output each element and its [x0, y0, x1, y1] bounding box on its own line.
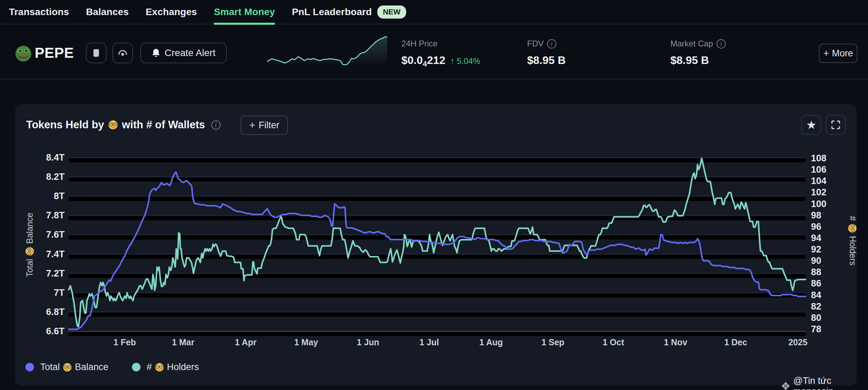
- x-tick: 1 Nov: [664, 337, 687, 347]
- y-right-tick: 100: [811, 199, 826, 209]
- y-right-tick: 88: [811, 267, 821, 277]
- y-right-tick: 84: [811, 290, 821, 300]
- y-right-tick: 80: [811, 313, 821, 323]
- y-left-tick: 6.8T: [46, 307, 65, 317]
- y-axis-left-title: Total Balance: [25, 213, 35, 277]
- x-tick: 1 Oct: [603, 337, 624, 347]
- x-tick: 1 Aug: [479, 337, 503, 347]
- y-right-tick: 98: [811, 210, 821, 220]
- x-tick: 1 Jun: [357, 337, 379, 347]
- legend-total-balance[interactable]: TotalBalance: [25, 362, 109, 372]
- line-chart: 8.4T8.2T8T7.8T7.6T7.4T7.2T7T6.8T6.6T1081…: [0, 0, 868, 390]
- y-axis-right-title: # Holders: [848, 216, 858, 266]
- x-tick: 1 Sep: [542, 337, 565, 347]
- y-left-tick: 8.4T: [46, 152, 65, 163]
- smart-money-page: Transactions Balances Exchanges Smart Mo…: [0, 0, 868, 390]
- y-right-tick: 102: [811, 187, 826, 197]
- y-left-tick: 7.2T: [46, 268, 65, 279]
- y-right-tick: 92: [811, 244, 821, 254]
- y-left-tick: 6.6T: [46, 326, 65, 336]
- y-left-tick: 7.6T: [46, 229, 65, 240]
- legend-holders[interactable]: #Holders: [132, 362, 199, 372]
- y-left-tick: 8T: [54, 191, 65, 201]
- y-right-tick: 94: [811, 233, 821, 243]
- x-tick: 1 Mar: [172, 337, 194, 347]
- y-left-tick: 7.8T: [46, 210, 65, 220]
- y-right-tick: 106: [811, 164, 826, 175]
- x-tick: 1 Jul: [420, 337, 439, 347]
- y-right-tick: 104: [811, 176, 826, 186]
- legend-dot-balance: [25, 363, 34, 371]
- balance-line: [69, 172, 805, 329]
- y-left-tick: 7.4T: [46, 249, 65, 259]
- x-tick: 2025: [788, 337, 808, 347]
- y-right-tick: 82: [811, 301, 821, 312]
- nerd-emoji: [25, 247, 34, 256]
- legend-dot-holders: [132, 363, 141, 371]
- diamond-logo-icon: ❖: [781, 381, 791, 390]
- nerd-emoji: [848, 224, 857, 233]
- y-right-tick: 108: [811, 153, 826, 163]
- chart-legend: TotalBalance #Holders: [25, 362, 199, 372]
- watermark-text: @Tin tức menecoin: [793, 376, 868, 390]
- x-tick: 1 Apr: [235, 337, 257, 347]
- x-tick: 1 Feb: [113, 337, 136, 347]
- x-tick: 1 May: [294, 337, 318, 347]
- y-right-tick: 90: [811, 256, 821, 266]
- y-left-tick: 7T: [54, 288, 65, 298]
- y-right-tick: 96: [811, 221, 821, 232]
- x-tick: 1 Dec: [724, 337, 747, 347]
- watermark: ❖ @Tin tức menecoin: [781, 376, 868, 390]
- y-right-tick: 78: [811, 324, 821, 334]
- y-right-tick: 86: [811, 278, 821, 289]
- y-left-tick: 8.2T: [46, 172, 65, 182]
